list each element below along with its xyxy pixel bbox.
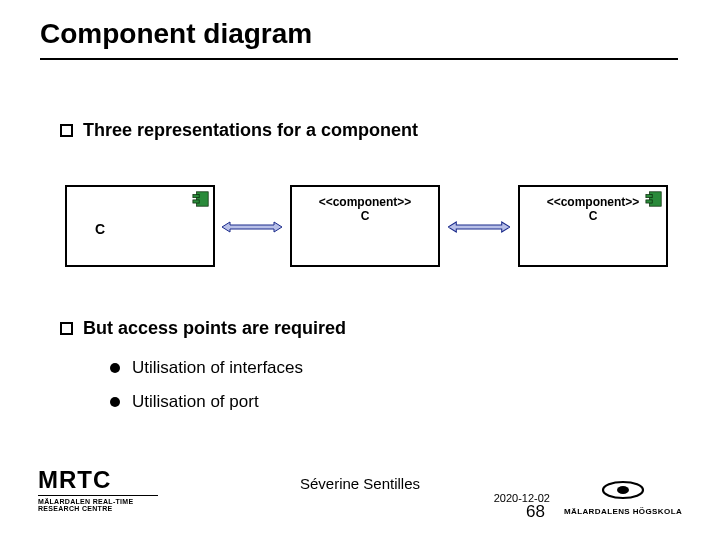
mdh-logo: MÄLARDALENS HÖGSKOLA bbox=[558, 479, 688, 516]
svg-rect-7 bbox=[646, 200, 652, 203]
page-number: 68 bbox=[526, 502, 545, 522]
svg-point-9 bbox=[617, 486, 629, 494]
component-label: C bbox=[520, 209, 666, 223]
component-icon bbox=[645, 190, 663, 208]
component-icon bbox=[192, 190, 210, 208]
svg-rect-1 bbox=[193, 195, 199, 198]
mrtc-logo-subtext: MÄLARDALEN REAL-TIME RESEARCH CENTRE bbox=[38, 495, 158, 512]
title-underline bbox=[40, 58, 678, 60]
component-label: C bbox=[95, 221, 105, 237]
page-title: Component diagram bbox=[40, 18, 312, 50]
square-bullet-icon bbox=[60, 322, 73, 335]
svg-rect-6 bbox=[646, 195, 652, 198]
bullet-three-reps: Three representations for a component bbox=[60, 120, 418, 141]
sub-bullet-interfaces: Utilisation of interfaces bbox=[110, 358, 303, 378]
arrow-1 bbox=[222, 220, 282, 234]
svg-rect-2 bbox=[193, 200, 199, 203]
sub-bullet-text: Utilisation of interfaces bbox=[132, 358, 303, 378]
svg-marker-3 bbox=[222, 222, 282, 232]
footer: MRTC MÄLARDALEN REAL-TIME RESEARCH CENTR… bbox=[0, 462, 720, 522]
stereotype-text: <<component>> bbox=[292, 195, 438, 209]
arrow-2 bbox=[448, 220, 510, 234]
dot-bullet-icon bbox=[110, 397, 120, 407]
svg-rect-5 bbox=[650, 192, 662, 206]
square-bullet-icon bbox=[60, 124, 73, 137]
mdh-logo-icon bbox=[601, 479, 645, 501]
sub-bullet-port: Utilisation of port bbox=[110, 392, 259, 412]
bullet-text: Three representations for a component bbox=[83, 120, 418, 141]
component-stereotype: <<component>> C bbox=[292, 195, 438, 224]
svg-marker-4 bbox=[448, 222, 510, 232]
component-box-2: <<component>> C bbox=[290, 185, 440, 267]
svg-rect-0 bbox=[197, 192, 209, 206]
component-label: C bbox=[292, 209, 438, 223]
slide: Component diagram Three representations … bbox=[0, 0, 720, 540]
sub-bullet-text: Utilisation of port bbox=[132, 392, 259, 412]
component-box-1: C bbox=[65, 185, 215, 267]
component-box-3: <<component>> C bbox=[518, 185, 668, 267]
dot-bullet-icon bbox=[110, 363, 120, 373]
bullet-text: But access points are required bbox=[83, 318, 346, 339]
bullet-access-points: But access points are required bbox=[60, 318, 346, 339]
mdh-logo-text: MÄLARDALENS HÖGSKOLA bbox=[558, 507, 688, 516]
